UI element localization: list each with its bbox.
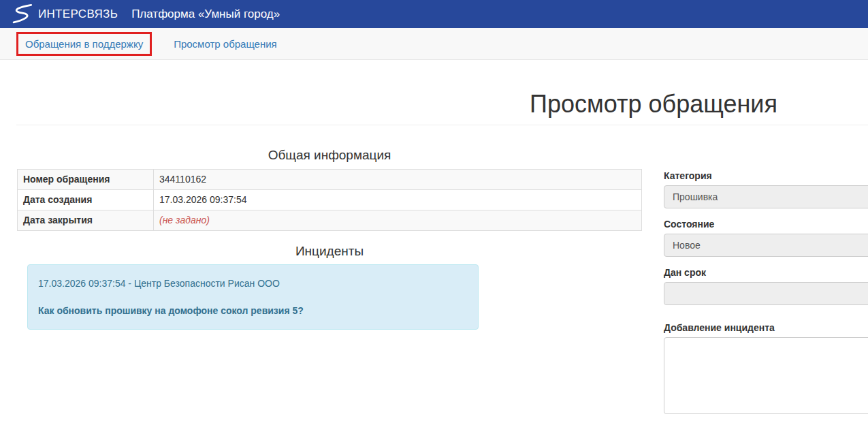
page: ИНТЕРСВЯЗЬ Платформа «Умный город» Обращ… (0, 0, 868, 424)
row-label: Дата создания (18, 190, 154, 210)
incident-meta: 17.03.2026 09:37:54 - Центр Безопасности… (38, 278, 468, 289)
field-state: Состояние (664, 219, 868, 257)
main-column: Общая информация Номер обращения 3441101… (17, 125, 642, 330)
field-deadline: Дан срок (664, 267, 868, 305)
brand-link[interactable]: ИНТЕРСВЯЗЬ (11, 3, 118, 25)
incident-text: Как обновить прошивку на домофоне сокол … (38, 305, 468, 316)
field-category: Категория (664, 170, 868, 208)
row-label: Номер обращения (18, 170, 154, 190)
nav-item-support-requests[interactable]: Обращения в поддержку (18, 34, 150, 54)
category-input (664, 185, 868, 208)
general-info-heading: Общая информация (17, 148, 642, 163)
deadline-input (664, 282, 868, 305)
add-incident-textarea[interactable] (664, 337, 868, 414)
app-viewport: ИНТЕРСВЯЗЬ Платформа «Умный город» Обращ… (0, 0, 868, 438)
row-value-empty: (не задано) (154, 210, 642, 231)
nav-item-view-request[interactable]: Просмотр обращения (167, 34, 284, 54)
row-value: 344110162 (154, 170, 642, 190)
incident-card: 17.03.2026 09:37:54 - Центр Безопасности… (27, 264, 479, 330)
table-row: Номер обращения 344110162 (18, 170, 642, 190)
add-incident-label: Добавление инцидента (664, 322, 868, 333)
incidents-heading: Инциденты (17, 244, 642, 259)
app-title: Платформа «Умный город» (131, 7, 280, 21)
table-row: Дата закрытия (не задано) (18, 210, 642, 231)
category-label: Категория (664, 170, 868, 181)
brand-text: ИНТЕРСВЯЗЬ (38, 7, 118, 21)
state-label: Состояние (664, 219, 868, 230)
row-value: 17.03.2026 09:37:54 (154, 190, 642, 210)
deadline-label: Дан срок (664, 267, 868, 278)
general-info-table: Номер обращения 344110162 Дата создания … (17, 169, 642, 231)
red-highlight-box: Обращения в поддержку (16, 32, 152, 56)
secondary-nav: Обращения в поддержку Просмотр обращения (0, 28, 868, 60)
table-row: Дата создания 17.03.2026 09:37:54 (18, 190, 642, 210)
state-input (664, 234, 868, 257)
row-label: Дата закрытия (18, 210, 154, 231)
field-add-incident: Добавление инцидента (664, 322, 868, 414)
page-title: Просмотр обращения (0, 91, 868, 118)
intersvyaz-logo-icon (11, 3, 38, 25)
details-sidebar: Категория Состояние Дан срок Добавление … (664, 125, 868, 424)
content-row: Общая информация Номер обращения 3441101… (0, 125, 868, 424)
top-navbar: ИНТЕРСВЯЗЬ Платформа «Умный город» (0, 0, 868, 28)
